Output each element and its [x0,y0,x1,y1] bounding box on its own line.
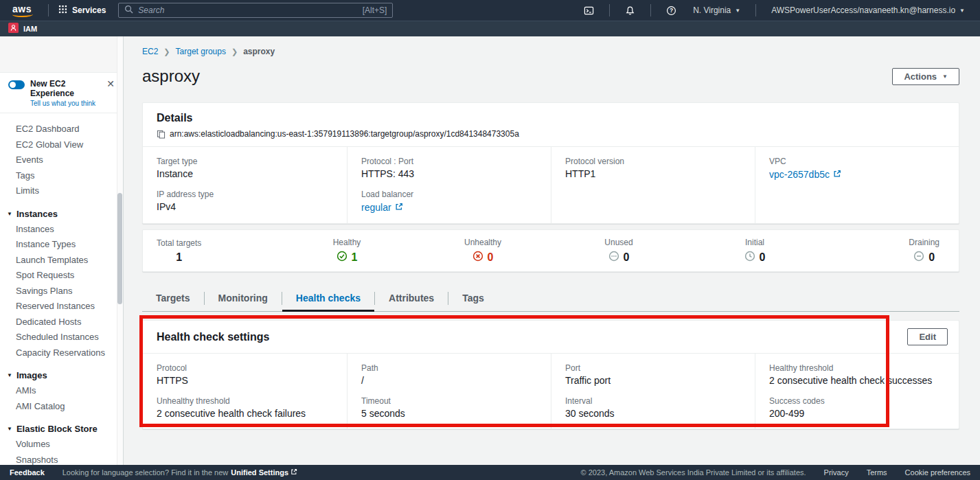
tab-attributes[interactable]: Attributes [375,286,448,311]
breadcrumb: EC2 ❯ Target groups ❯ asproxy [142,47,959,56]
sidebar-item-spot-requests[interactable]: Spot Requests [0,268,123,284]
favorite-iam-link[interactable]: IAM [23,25,37,33]
initial-value: 0 [744,251,766,264]
favorites-bar: IAM [0,21,980,36]
copy-icon[interactable] [157,130,166,139]
check-circle-icon [337,251,347,264]
help-icon[interactable]: ? [658,5,685,16]
sidebar-item-dedicated-hosts[interactable]: Dedicated Hosts [0,315,123,330]
sidebar-section-elastic-block-store[interactable]: ▼ Elastic Block Store [0,421,123,437]
unhealthy-label: Unhealthy [464,238,501,247]
draining-label: Draining [909,238,939,247]
new-experience-toggle[interactable] [8,80,25,89]
sidebar-item-savings-plans[interactable]: Savings Plans [0,284,123,299]
global-search[interactable]: [Alt+S] [118,3,393,18]
health-check-settings-title: Health check settings [157,331,270,343]
hc-protocol-label: Protocol [157,363,333,373]
tab-targets[interactable]: Targets [142,286,204,311]
sidebar-item-instances[interactable]: Instances [0,222,123,238]
breadcrumb-target-groups[interactable]: Target groups [176,47,226,56]
svg-text:?: ? [670,7,673,14]
search-icon [124,4,133,16]
healthy-label: Healthy [333,238,361,247]
detail-tabs: Targets Monitoring Health checks Attribu… [142,286,959,312]
sidebar-item-events[interactable]: Events [0,152,123,168]
protocol-version-label: Protocol version [565,157,741,166]
draining-value: 0 [913,251,935,264]
hc-protocol-value: HTTPS [157,375,333,386]
hc-timeout-label: Timeout [361,396,537,406]
unused-label: Unused [604,238,633,247]
actions-button[interactable]: Actions ▼ [892,68,959,85]
sidebar-section-images[interactable]: ▼ Images [0,367,123,383]
unified-settings-link[interactable]: Unified Settings [231,468,297,477]
breadcrumb-current: asproxy [243,47,275,56]
sidebar-item-reserved-instances[interactable]: Reserved Instances [0,299,123,315]
sidebar-nav: EC2 Dashboard EC2 Global View Events Tag… [0,113,123,465]
sidebar-item-launch-templates[interactable]: Launch Templates [0,253,123,268]
sidebar-item-ec2-global-view[interactable]: EC2 Global View [0,137,123,153]
aws-logo[interactable]: aws [12,3,32,14]
hc-unhealthy-threshold-label: Unhealthy threshold [157,396,333,406]
protocol-port-label: Protocol : Port [361,157,537,166]
load-balancer-link[interactable]: regular [361,202,403,213]
hc-path-value: / [361,375,537,386]
chevron-down-icon: ▼ [7,372,12,378]
hc-timeout-value: 5 seconds [361,408,537,419]
sidebar-item-tags[interactable]: Tags [0,168,123,184]
tab-health-checks[interactable]: Health checks [282,286,374,311]
language-selection-note: Looking for language selection? Find it … [62,468,297,477]
terms-link[interactable]: Terms [867,468,887,477]
account-menu[interactable]: AWSPowerUserAccess/navaneeth.kn@harness.… [763,5,973,15]
account-label: AWSPowerUserAccess/navaneeth.kn@harness.… [771,5,955,15]
ellipsis-circle-icon [608,251,619,264]
sidebar-item-limits[interactable]: Limits [0,183,123,199]
grid-icon [58,5,67,16]
sidebar-section-instances[interactable]: ▼ Instances [0,206,123,222]
privacy-link[interactable]: Privacy [824,468,849,477]
total-targets-label: Total targets [157,238,201,248]
region-label: N. Virginia [693,5,731,15]
chevron-down-icon: ▼ [7,211,12,217]
search-input[interactable] [138,5,357,15]
sidebar-item-scheduled-instances[interactable]: Scheduled Instances [0,330,123,345]
breadcrumb-separator-icon: ❯ [163,47,170,56]
tab-tags[interactable]: Tags [448,286,498,311]
close-icon[interactable]: ✕ [105,79,116,89]
services-menu-button[interactable]: Services [56,5,109,16]
vpc-label: VPC [769,157,945,166]
minus-circle-icon [913,251,924,264]
initial-label: Initial [744,238,766,247]
chevron-down-icon: ▼ [7,426,12,432]
protocol-version-value: HTTP1 [565,168,741,179]
chevron-down-icon: ▼ [735,8,740,14]
sidebar-item-volumes[interactable]: Volumes [0,437,123,453]
ec2-sidebar: New EC2 Experience Tell us what you thin… [0,36,124,465]
sidebar-item-ami-catalog[interactable]: AMI Catalog [0,399,123,415]
breadcrumb-ec2[interactable]: EC2 [142,47,158,56]
nav-divider [755,4,756,16]
notifications-bell-icon[interactable] [617,5,643,16]
hc-port-label: Port [565,363,741,373]
sidebar-item-instance-types[interactable]: Instance Types [0,237,123,253]
region-selector[interactable]: N. Virginia ▼ [685,5,749,15]
sidebar-item-capacity-reservations[interactable]: Capacity Reservations [0,345,123,361]
feedback-link[interactable]: Feedback [10,468,45,477]
total-targets-value: 1 [176,251,182,264]
nav-divider [650,4,651,16]
sidebar-item-ec2-dashboard[interactable]: EC2 Dashboard [0,122,123,137]
sidebar-scrollbar-thumb[interactable] [117,193,122,304]
edit-button[interactable]: Edit [907,328,948,345]
hc-interval-value: 30 seconds [565,408,741,419]
sidebar-item-snapshots[interactable]: Snapshots [0,453,123,466]
sidebar-item-amis[interactable]: AMIs [0,383,123,399]
search-shortcut-hint: [Alt+S] [363,5,387,15]
cloudshell-button[interactable] [576,5,602,16]
tell-us-link[interactable]: Tell us what you think [30,100,100,107]
console-footer: Feedback Looking for language selection?… [0,465,980,480]
vpc-link[interactable]: vpc-2657db5c [769,169,841,180]
details-title: Details [157,112,945,124]
healthy-value: 1 [337,251,358,264]
tab-monitoring[interactable]: Monitoring [205,286,282,311]
cookie-preferences-link[interactable]: Cookie preferences [905,468,970,477]
